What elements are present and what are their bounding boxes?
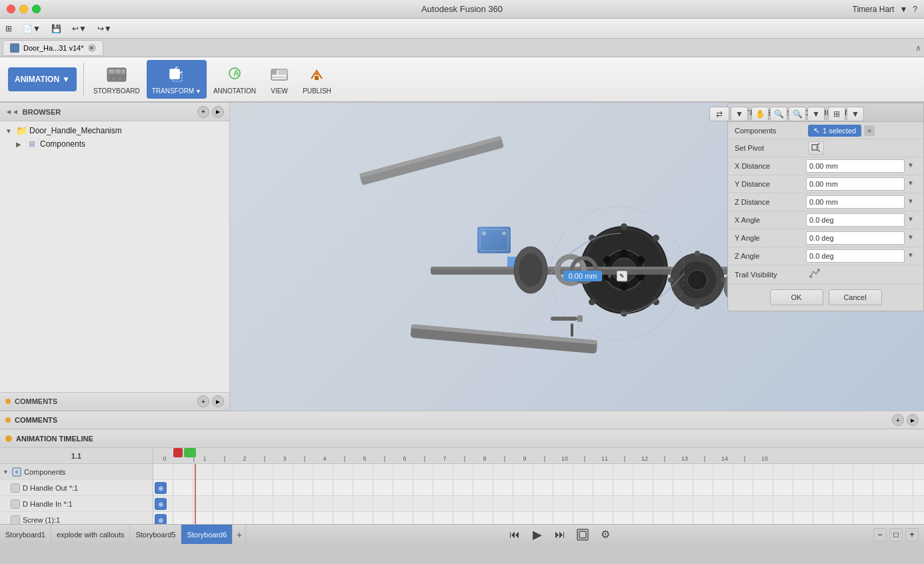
z-angle-dropdown[interactable]: ▼ (907, 251, 917, 261)
vc-dropdown-2[interactable]: ▼ (807, 107, 825, 121)
z-distance-input[interactable] (806, 195, 905, 209)
tree-expand-arrow-comp[interactable]: ▶ (16, 141, 24, 148)
tl-move-1[interactable]: ⊕ (155, 498, 167, 510)
components-value: ↖ 1 selected × (808, 125, 917, 137)
comments-collapse-button[interactable]: ► (212, 395, 224, 407)
browser-back-arrow[interactable]: ◄◄ (5, 108, 19, 115)
titlebar: Autodesk Fusion 360 Timera Hart ▼ ? (0, 0, 924, 19)
zoom-out-button[interactable]: − (873, 528, 887, 541)
user-dropdown-arrow[interactable]: ▼ (899, 5, 907, 14)
vc-dropdown-1[interactable]: ▼ (731, 107, 748, 121)
storyboard-tab-3[interactable]: Storyboard5 (130, 525, 181, 544)
menu-undo-btn[interactable]: ↩▼ (72, 24, 87, 33)
browser-collapse-button[interactable]: ► (212, 106, 224, 118)
annotation-button[interactable]: A ANNOTATION (208, 60, 261, 99)
ok-button[interactable]: OK (770, 289, 823, 305)
svg-point-39 (653, 299, 659, 305)
tl-move-2[interactable]: ⊕ (155, 514, 167, 524)
menu-grid-icon[interactable]: ⊞ (5, 24, 12, 33)
tl-row-2: Screw (1):1 (0, 512, 153, 524)
transform-button[interactable]: TRANSFORM ▼ (147, 60, 207, 99)
zoom-fit-button[interactable]: 🔍 (789, 107, 806, 121)
document-tab[interactable]: Door_Ha...31 v14* × (3, 40, 103, 56)
x-angle-label: X Angle (735, 216, 806, 224)
maximize-button[interactable] (32, 5, 41, 13)
tab-collapse-button[interactable]: ∧ (915, 43, 921, 53)
animation-menu-button[interactable]: ANIMATION ▼ (8, 67, 77, 91)
y-angle-dropdown[interactable]: ▼ (907, 233, 917, 243)
play-button[interactable]: ▶ (530, 527, 545, 542)
svg-point-56 (671, 253, 724, 307)
comments-bar-collapse[interactable]: ► (907, 414, 919, 426)
svg-point-7 (121, 77, 124, 80)
fit-button[interactable]: □ (889, 528, 903, 541)
components-clear-button[interactable]: × (864, 125, 875, 136)
view-button[interactable]: VIEW (263, 60, 296, 99)
svg-point-5 (109, 77, 112, 80)
set-pivot-row: Set Pivot (728, 139, 923, 157)
x-distance-input[interactable] (806, 159, 905, 173)
svg-point-19 (315, 71, 319, 75)
x-angle-dropdown[interactable]: ▼ (907, 215, 917, 225)
publish-button[interactable]: PUBLISH (297, 60, 337, 99)
distance-edit-button[interactable]: ✎ (617, 271, 627, 281)
tab-close-button[interactable]: × (88, 44, 96, 52)
document-tab-label: Door_Ha...31 v14* (23, 44, 84, 52)
display-mode-button[interactable]: ⊞ (828, 107, 845, 121)
vc-dropdown-3[interactable]: ▼ (847, 107, 864, 121)
close-button[interactable] (7, 5, 15, 13)
y-angle-row: Y Angle ▼ (728, 229, 923, 247)
skip-to-end-button[interactable]: ⏭ (553, 527, 567, 542)
storyboard-tab-4[interactable]: Storyboard6 (181, 525, 233, 544)
svg-point-60 (695, 304, 700, 309)
y-distance-input[interactable] (806, 177, 905, 191)
pivot-button[interactable] (808, 141, 824, 155)
fit-to-window-button[interactable] (575, 527, 590, 542)
skip-to-start-button[interactable]: ⏮ (507, 527, 522, 542)
tree-item-components[interactable]: ▶ ⊞ Components (0, 137, 229, 151)
animation-dropdown-arrow: ▼ (62, 75, 70, 84)
x-distance-dropdown[interactable]: ▼ (907, 161, 917, 171)
minimize-button[interactable] (19, 5, 28, 13)
storyboard-tab-2-label: explode with callouts (57, 531, 125, 539)
x-angle-input[interactable] (806, 213, 905, 227)
pan-button[interactable]: ✋ (751, 107, 769, 121)
y-distance-dropdown[interactable]: ▼ (907, 179, 917, 189)
viewport[interactable]: ⇄ ▼ ✋ 🔍 🔍 ▼ ⊞ ▼ (230, 103, 924, 411)
svg-rect-28 (480, 229, 508, 251)
z-angle-input[interactable] (806, 249, 905, 263)
toolbar: ANIMATION ▼ STORYBOARD (0, 57, 924, 103)
settings-button[interactable]: ⚙ (598, 527, 613, 542)
comments-bar-add[interactable]: + (892, 414, 904, 426)
storyboard-button[interactable]: STORYBOARD (88, 60, 145, 99)
add-storyboard-button[interactable]: + (233, 525, 246, 544)
zoom-in-button[interactable]: 🔍 (770, 107, 787, 121)
tree-item-door-handle[interactable]: ▼ 📁 Door_Handle_Mechanism (0, 124, 229, 137)
storyboard-tab-1[interactable]: Storyboard1 (0, 525, 51, 544)
menu-save-btn[interactable]: 💾 (51, 24, 61, 33)
distance-dropdown[interactable]: ▼ (605, 271, 614, 281)
y-angle-input[interactable] (806, 231, 905, 245)
components-expand[interactable]: ▼ (3, 469, 9, 475)
tree-expand-arrow[interactable]: ▼ (5, 127, 13, 135)
help-button[interactable]: ? (913, 5, 917, 14)
annotation-icon: A (224, 64, 245, 85)
menu-redo-btn[interactable]: ↪▼ (97, 24, 112, 33)
menu-new-btn[interactable]: 📄▼ (23, 24, 41, 33)
z-distance-dropdown[interactable]: ▼ (907, 197, 917, 207)
orbit-button[interactable]: ⇄ (709, 107, 729, 121)
svg-point-59 (695, 251, 700, 256)
cancel-button[interactable]: Cancel (829, 289, 882, 305)
svg-point-77 (817, 269, 820, 271)
storyboard-tab-2[interactable]: explode with callouts (51, 525, 131, 544)
timeline: ANIMATION TIMELINE 1.1 ▼ Components (0, 429, 924, 524)
svg-point-29 (482, 231, 486, 235)
browser-add-button[interactable]: + (197, 106, 209, 118)
y-distance-label: Y Distance (735, 180, 806, 188)
view-controls-bar: ⇄ ▼ ✋ 🔍 🔍 ▼ ⊞ ▼ (709, 107, 864, 121)
tl-label-1: D Handle In *:1 (23, 500, 73, 508)
comments-add-button[interactable]: + (197, 395, 209, 407)
tl-move-0[interactable]: ⊕ (155, 482, 167, 494)
svg-rect-70 (411, 324, 597, 344)
zoom-in-button-pb[interactable]: + (905, 528, 919, 541)
